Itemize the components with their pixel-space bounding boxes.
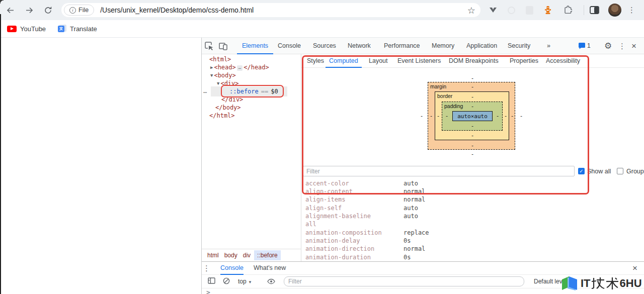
- tab-computed[interactable]: Computed: [326, 54, 362, 68]
- tab-console[interactable]: Console: [273, 38, 306, 54]
- forward-icon[interactable]: [25, 0, 34, 20]
- collapse-arrow-icon[interactable]: ▼: [217, 79, 219, 87]
- extension-circle-icon[interactable]: [508, 0, 515, 20]
- property-row[interactable]: alignment-baselineauto: [301, 212, 644, 220]
- property-row[interactable]: animation-compositionreplace: [301, 229, 644, 237]
- margin-left-value[interactable]: -: [430, 113, 433, 119]
- inspect-element-icon[interactable]: [205, 38, 213, 54]
- console-sidebar-icon[interactable]: [208, 277, 215, 284]
- security-chip-label: File: [78, 7, 89, 14]
- dom-node-body-close[interactable]: </body>: [202, 104, 301, 112]
- property-row[interactable]: align-itemsnormal: [301, 195, 644, 204]
- computed-filter-input[interactable]: [303, 166, 575, 176]
- devtools-close-icon[interactable]: ×: [631, 38, 636, 54]
- tab-sources[interactable]: Sources: [308, 38, 341, 54]
- back-icon[interactable]: [6, 0, 15, 20]
- dom-node-body[interactable]: ▼<body>: [202, 71, 301, 79]
- crumb-html[interactable]: html: [207, 252, 219, 259]
- url-text[interactable]: /Users/unix_kernel/Desktop/demo/css-demo…: [100, 6, 254, 14]
- profile-avatar[interactable]: [608, 0, 621, 20]
- property-row[interactable]: all: [301, 220, 644, 228]
- position-bottom-value[interactable]: -: [471, 151, 474, 157]
- expand-arrow-icon[interactable]: ▶: [210, 63, 213, 71]
- border-top-value[interactable]: -: [471, 93, 474, 100]
- address-bar[interactable]: i File /Users/unix_kernel/Desktop/demo/c…: [61, 3, 480, 17]
- drawer-tab-whats-new[interactable]: What's new: [254, 262, 286, 275]
- toolbar-divider: [584, 5, 584, 15]
- clear-console-icon[interactable]: [223, 277, 230, 284]
- crumb-body[interactable]: body: [224, 252, 237, 259]
- border-bottom-value[interactable]: -: [471, 132, 474, 139]
- dom-node-html[interactable]: <html>: [202, 55, 301, 63]
- extension-hydrant-icon[interactable]: [544, 0, 551, 20]
- tab-properties[interactable]: Properties: [506, 54, 542, 68]
- tab-performance[interactable]: Performance: [379, 38, 425, 54]
- extensions-puzzle-icon[interactable]: [563, 0, 572, 20]
- reload-icon[interactable]: [44, 0, 52, 20]
- tab-application[interactable]: Application: [461, 38, 502, 54]
- bookmark-star-icon[interactable]: ☆: [467, 5, 475, 16]
- console-prompt[interactable]: >: [206, 288, 210, 294]
- group-checkbox[interactable]: [617, 168, 623, 174]
- tab-layout[interactable]: Layout: [365, 54, 391, 68]
- drawer-tab-console[interactable]: Console: [220, 262, 244, 275]
- bookmarks-bar: YouTube Translate: [0, 20, 644, 38]
- drawer-close-icon[interactable]: ×: [632, 262, 637, 275]
- extension-v-icon[interactable]: [489, 0, 497, 20]
- property-row[interactable]: align-contentnormal: [301, 187, 644, 195]
- property-row[interactable]: animation-duration0s: [301, 253, 644, 261]
- tab-security[interactable]: Security: [503, 38, 535, 54]
- security-chip[interactable]: i File: [64, 5, 94, 16]
- browser-toolbar: i File /Users/unix_kernel/Desktop/demo/c…: [0, 0, 644, 20]
- position-right-value[interactable]: -: [520, 113, 523, 119]
- group-label[interactable]: Group: [626, 168, 644, 175]
- padding-right-value[interactable]: -: [496, 113, 500, 119]
- show-all-checkbox[interactable]: ✓: [578, 168, 585, 174]
- side-panel-icon[interactable]: [590, 0, 599, 20]
- crumb-div[interactable]: div: [243, 252, 251, 259]
- property-row[interactable]: align-selfauto: [301, 204, 644, 212]
- device-toolbar-icon[interactable]: [219, 38, 227, 54]
- issues-icon[interactable]: [578, 42, 586, 49]
- console-filter-input[interactable]: [284, 276, 524, 286]
- tab-styles[interactable]: Styles: [303, 54, 328, 68]
- extension-square-icon[interactable]: [526, 0, 533, 20]
- property-row[interactable]: animation-delay0s: [301, 237, 644, 245]
- settings-gear-icon[interactable]: ⚙: [604, 38, 612, 54]
- watermark-text: IT: [581, 277, 591, 290]
- collapse-arrow-icon[interactable]: ▼: [210, 71, 213, 79]
- padding-left-value[interactable]: -: [445, 113, 449, 119]
- margin-top-value[interactable]: -: [471, 83, 474, 90]
- property-row[interactable]: accent-colorauto: [301, 179, 644, 187]
- devtools-menu-icon[interactable]: ⋮: [618, 38, 626, 54]
- property-row[interactable]: animation-directionnormal: [301, 245, 644, 253]
- boxmodel-content[interactable]: auto×auto: [452, 111, 493, 121]
- tab-network[interactable]: Network: [343, 38, 376, 54]
- tab-elements[interactable]: Elements: [237, 38, 273, 54]
- drawer-menu-icon[interactable]: ⋮: [203, 262, 210, 275]
- padding-bottom-value[interactable]: -: [471, 123, 474, 129]
- margin-right-value[interactable]: -: [511, 113, 514, 119]
- context-selector[interactable]: top ▼: [238, 275, 252, 289]
- tab-dom-breakpoints[interactable]: DOM Breakpoints: [445, 54, 502, 68]
- border-left-value[interactable]: -: [437, 113, 440, 119]
- bookmark-youtube[interactable]: YouTube: [7, 25, 46, 33]
- live-expression-eye-icon[interactable]: [267, 278, 275, 284]
- tab-memory[interactable]: Memory: [427, 38, 459, 54]
- crumb-before[interactable]: ::before: [254, 250, 281, 260]
- tab-accessibility[interactable]: Accessibility: [542, 54, 584, 68]
- margin-bottom-value[interactable]: -: [471, 142, 474, 149]
- collapsed-ellipsis[interactable]: …: [237, 65, 243, 71]
- tab-event-listeners[interactable]: Event Listeners: [394, 54, 444, 68]
- browser-menu-icon[interactable]: ⋮: [628, 0, 635, 20]
- padding-top-value[interactable]: -: [471, 103, 474, 110]
- bookmark-translate[interactable]: Translate: [58, 25, 97, 33]
- position-left-value[interactable]: -: [420, 113, 424, 119]
- dom-node-head[interactable]: ▶<head>…</head>: [202, 63, 301, 71]
- issues-count[interactable]: 1: [587, 38, 591, 54]
- position-top-value[interactable]: -: [471, 75, 474, 81]
- show-all-label[interactable]: Show all: [587, 168, 611, 175]
- more-tabs-icon[interactable]: »: [542, 38, 555, 54]
- border-right-value[interactable]: -: [504, 113, 508, 119]
- dom-node-html-close[interactable]: </html>: [202, 112, 301, 120]
